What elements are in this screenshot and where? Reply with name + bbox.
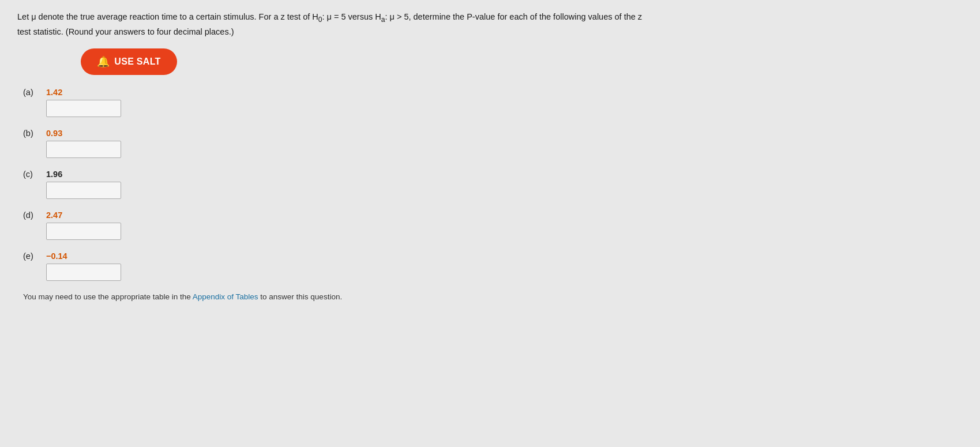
part-a-letter: (a) — [23, 88, 40, 97]
page-container: Let μ denote the true average reaction t… — [0, 0, 980, 447]
part-e-value: −0.14 — [46, 251, 67, 261]
part-b-row: (b) 0.93 — [23, 129, 963, 158]
part-a-value: 1.42 — [46, 88, 62, 97]
part-d-input[interactable] — [46, 223, 121, 240]
part-a-label-row: (a) 1.42 — [23, 88, 963, 97]
footer-text-after: to answer this question. — [258, 292, 343, 301]
appendix-link[interactable]: Appendix of Tables — [193, 292, 258, 301]
part-b-label-row: (b) 0.93 — [23, 129, 963, 138]
salt-icon: 🔔 — [97, 55, 110, 68]
part-e-row: (e) −0.14 — [23, 251, 963, 281]
part-c-input-row — [46, 182, 963, 199]
part-b-letter: (b) — [23, 129, 40, 138]
footer-text-before: You may need to use the appropriate tabl… — [23, 292, 193, 301]
part-a-row: (a) 1.42 — [23, 88, 963, 117]
part-e-input[interactable] — [46, 264, 121, 281]
part-d-label-row: (d) 2.47 — [23, 211, 963, 220]
part-c-value: 1.96 — [46, 170, 62, 179]
problem-text-line1: Let μ denote the true average reaction t… — [17, 12, 642, 36]
part-a-input-row — [46, 100, 963, 117]
use-salt-button[interactable]: 🔔 USE SALT — [81, 48, 177, 75]
problem-statement: Let μ denote the true average reaction t… — [17, 10, 652, 38]
part-c-row: (c) 1.96 — [23, 170, 963, 199]
parts-container: (a) 1.42 (b) 0.93 (c) 1.96 — [23, 88, 963, 281]
part-c-input[interactable] — [46, 182, 121, 199]
part-e-letter: (e) — [23, 251, 40, 261]
footer-note: You may need to use the appropriate tabl… — [23, 292, 963, 301]
part-e-label-row: (e) −0.14 — [23, 251, 963, 261]
part-d-row: (d) 2.47 — [23, 211, 963, 240]
part-a-input[interactable] — [46, 100, 121, 117]
part-c-label-row: (c) 1.96 — [23, 170, 963, 179]
part-c-letter: (c) — [23, 170, 40, 179]
part-d-value: 2.47 — [46, 211, 62, 220]
part-b-input-row — [46, 141, 963, 158]
part-d-letter: (d) — [23, 211, 40, 220]
part-d-input-row — [46, 223, 963, 240]
part-b-input[interactable] — [46, 141, 121, 158]
use-salt-label: USE SALT — [114, 57, 160, 67]
part-b-value: 0.93 — [46, 129, 62, 138]
part-e-input-row — [46, 264, 963, 281]
